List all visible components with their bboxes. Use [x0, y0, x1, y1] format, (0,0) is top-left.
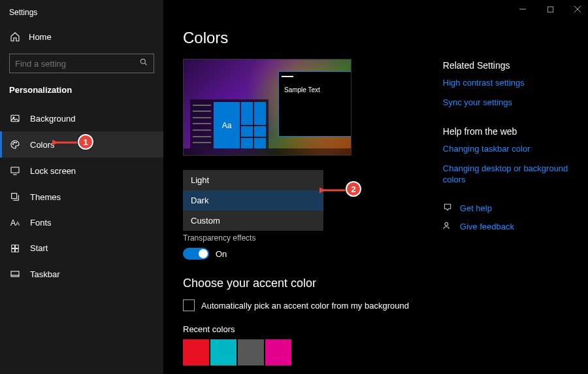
- color-swatch[interactable]: [210, 339, 237, 366]
- sidebar-item-background[interactable]: Background: [0, 105, 163, 131]
- link-get-help[interactable]: Get help: [460, 203, 492, 214]
- lock-screen-icon: [9, 165, 21, 176]
- svg-rect-11: [16, 248, 19, 252]
- svg-point-4: [14, 142, 14, 143]
- palette-icon: [9, 139, 21, 150]
- annotation-badge-2: 2: [346, 181, 361, 197]
- svg-rect-8: [12, 245, 15, 248]
- help-icon: [443, 203, 453, 214]
- color-swatch[interactable]: [265, 339, 291, 366]
- search-box[interactable]: [9, 54, 154, 73]
- sidebar: Settings Home Personalization Background…: [0, 0, 163, 374]
- sidebar-item-label: Background: [30, 114, 75, 124]
- sidebar-item-lock-screen[interactable]: Lock screen: [0, 158, 163, 184]
- sidebar-item-start[interactable]: Start: [0, 235, 163, 261]
- color-swatch[interactable]: [238, 339, 264, 366]
- preview-window: Sample Text: [278, 71, 351, 137]
- transparency-state: On: [216, 249, 227, 259]
- sidebar-item-label: Fonts: [30, 218, 52, 228]
- sidebar-item-taskbar[interactable]: Taskbar: [0, 261, 163, 287]
- color-preview: Aa Sample Text: [183, 59, 351, 156]
- sidebar-item-fonts[interactable]: AA Fonts: [0, 210, 163, 235]
- minimize-button[interactable]: [516, 3, 529, 16]
- window-controls: [516, 3, 584, 16]
- search-icon: [139, 58, 148, 69]
- svg-point-14: [445, 222, 448, 226]
- nav-list: Background Colors Lock screen Themes AA …: [0, 105, 163, 287]
- recent-colors-label: Recent colors: [183, 324, 410, 334]
- svg-point-3: [12, 144, 13, 144]
- accent-heading: Choose your accent color: [183, 277, 410, 290]
- link-bg-colors[interactable]: Changing desktop or background colors: [443, 163, 568, 186]
- sidebar-item-label: Colors: [30, 140, 55, 150]
- svg-rect-10: [12, 248, 15, 252]
- auto-accent-checkbox[interactable]: [183, 299, 195, 311]
- svg-rect-12: [11, 271, 19, 277]
- preview-tile-text: Aa: [214, 102, 240, 148]
- close-button[interactable]: [571, 3, 584, 16]
- auto-accent-label: Automatically pick an accent color from …: [201, 301, 409, 311]
- sidebar-item-themes[interactable]: Themes: [0, 184, 163, 210]
- section-header: Personalization: [0, 82, 163, 101]
- related-settings-heading: Related Settings: [443, 60, 568, 71]
- link-give-feedback[interactable]: Give feedback: [460, 221, 514, 233]
- transparency-label: Transparency effects: [183, 233, 410, 243]
- home-label: Home: [29, 32, 52, 42]
- home-icon: [9, 31, 21, 42]
- feedback-icon: [443, 221, 453, 233]
- maximize-button[interactable]: [544, 3, 557, 16]
- annotation-arrow-1: [52, 138, 80, 147]
- svg-rect-13: [547, 7, 553, 12]
- preview-start-menu: Aa: [190, 99, 269, 148]
- fonts-icon: AA: [9, 218, 21, 228]
- color-mode-option-dark[interactable]: Dark: [183, 190, 323, 211]
- search-input[interactable]: [15, 59, 139, 69]
- help-web-heading: Help from the web: [443, 126, 568, 137]
- transparency-toggle[interactable]: [183, 248, 209, 260]
- svg-rect-7: [12, 194, 17, 199]
- start-icon: [9, 244, 21, 253]
- svg-rect-9: [16, 245, 19, 248]
- preview-sample-text: Sample Text: [279, 81, 351, 99]
- color-mode-option-light[interactable]: Light: [183, 170, 323, 190]
- link-high-contrast[interactable]: High contrast settings: [443, 77, 568, 89]
- home-nav[interactable]: Home: [0, 25, 163, 48]
- recent-colors: [183, 339, 410, 366]
- page-title: Colors: [183, 29, 568, 47]
- app-title: Settings: [0, 5, 163, 25]
- sidebar-item-label: Themes: [30, 192, 61, 202]
- annotation-badge-1: 1: [78, 134, 93, 150]
- svg-point-0: [140, 59, 145, 63]
- svg-rect-6: [11, 167, 19, 173]
- color-swatch[interactable]: [183, 339, 209, 366]
- svg-point-5: [16, 142, 16, 143]
- taskbar-icon: [9, 269, 21, 279]
- sidebar-item-label: Lock screen: [30, 166, 76, 176]
- sidebar-item-label: Start: [30, 243, 48, 253]
- color-mode-dropdown[interactable]: Light Dark Custom: [183, 170, 323, 231]
- picture-icon: [9, 113, 21, 124]
- main-content: Colors Aa Sample Text: [163, 0, 588, 374]
- color-mode-option-custom[interactable]: Custom: [183, 211, 323, 231]
- annotation-arrow-2: [319, 186, 348, 195]
- link-sync-settings[interactable]: Sync your settings: [443, 97, 568, 109]
- themes-icon: [9, 192, 21, 202]
- sidebar-item-label: Taskbar: [30, 269, 60, 279]
- link-taskbar-color[interactable]: Changing taskbar color: [443, 143, 568, 155]
